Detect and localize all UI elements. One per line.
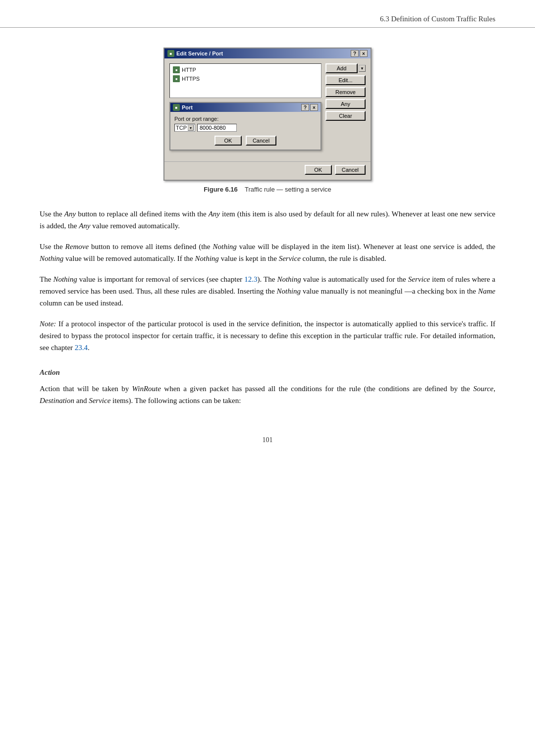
dialog-close-button[interactable]: × <box>360 50 368 57</box>
list-item[interactable]: ■ HTTP <box>172 66 319 74</box>
figure-container: ■ Edit Service / Port ? × <box>40 48 495 193</box>
any-button[interactable]: Any <box>325 99 366 109</box>
any-ref-3: Any <box>79 222 90 230</box>
titlebar-left: ■ Edit Service / Port <box>167 50 223 57</box>
port-dialog-buttons: OK Cancel <box>174 136 317 146</box>
destination-ref: Destination <box>40 397 74 404</box>
outer-ok-button[interactable]: OK <box>305 165 332 175</box>
figure-caption-text: Traffic rule — setting a service <box>245 186 331 193</box>
section-heading-action: Action <box>40 368 495 377</box>
paragraph-2: Use the Remove button to remove all item… <box>40 241 495 264</box>
paragraph-1: Use the Any button to replace all define… <box>40 208 495 232</box>
any-ref-2: Any <box>209 210 220 218</box>
dialog-left: ■ HTTP ■ HTTPS ■ <box>169 63 321 154</box>
chapter-12-3-link[interactable]: 12.3 <box>244 275 257 283</box>
dialog-footer: OK Cancel <box>164 161 371 180</box>
main-content: ■ Edit Service / Port ? × <box>0 48 535 406</box>
remove-ref: Remove <box>65 243 89 251</box>
dialog-title-icon: ■ <box>167 50 174 57</box>
https-label: HTTPS <box>182 76 200 82</box>
https-icon: ■ <box>173 75 180 82</box>
port-row: TCP ▼ <box>174 124 317 132</box>
page-header: 6.3 Definition of Custom Traffic Rules <box>0 0 535 28</box>
service-list[interactable]: ■ HTTP ■ HTTPS <box>169 63 321 98</box>
edit-button[interactable]: Edit... <box>325 75 366 85</box>
chapter-23-4-link[interactable]: 23.4 <box>75 344 88 352</box>
nothing-ref-3: Nothing <box>195 254 219 262</box>
port-dialog-title: Port <box>182 104 193 110</box>
paragraph-5: Action that will be taken by WinRoute wh… <box>40 383 495 406</box>
http-label: HTTP <box>182 67 196 73</box>
figure-caption: Figure 6.16 Traffic rule — setting a ser… <box>204 186 331 193</box>
page-number: 101 <box>0 436 535 459</box>
port-cancel-button[interactable]: Cancel <box>246 136 276 146</box>
port-help-button[interactable]: ? <box>301 104 309 111</box>
nothing-ref-5: Nothing <box>277 275 301 283</box>
port-close-button[interactable]: × <box>310 104 318 111</box>
header-title: 6.3 Definition of Custom Traffic Rules <box>380 15 495 23</box>
name-ref: Name <box>478 287 495 295</box>
port-titlebar-left: ■ Port <box>173 104 193 111</box>
add-dropdown-arrow[interactable]: ▼ <box>359 65 366 72</box>
clear-button[interactable]: Clear <box>325 111 366 121</box>
protocol-select[interactable]: TCP ▼ <box>174 124 195 132</box>
port-dialog-titlebar: ■ Port ? × <box>170 103 321 112</box>
any-ref-1: Any <box>64 210 76 218</box>
winroute-ref: WinRoute <box>132 385 161 393</box>
service-ref-1: Service <box>279 254 301 262</box>
nothing-ref-1: Nothing <box>213 243 236 251</box>
port-dialog-controls: ? × <box>301 104 318 111</box>
remove-button[interactable]: Remove <box>325 87 366 97</box>
nothing-ref-4: Nothing <box>53 275 77 283</box>
dialog-backdrop: ■ Edit Service / Port ? × <box>163 48 372 181</box>
protocol-value: TCP <box>176 125 187 131</box>
port-dialog-body: Port or port range: TCP ▼ OK <box>170 112 321 150</box>
dialog-body: ■ HTTP ■ HTTPS ■ <box>164 58 371 159</box>
add-row: Add ▼ <box>325 63 366 73</box>
http-icon: ■ <box>173 66 180 73</box>
port-label: Port or port range: <box>174 116 317 122</box>
dialog-title-text: Edit Service / Port <box>176 50 223 56</box>
service-ref-2: Service <box>408 275 430 283</box>
dialog-right-buttons: Add ▼ Edit... Remove Any Clear <box>325 63 366 154</box>
paragraph-3: The Nothing value is important for remov… <box>40 273 495 309</box>
edit-service-dialog[interactable]: ■ Edit Service / Port ? × <box>163 48 372 181</box>
figure-label: Figure 6.16 <box>204 186 238 193</box>
port-ok-button[interactable]: OK <box>214 136 242 146</box>
service-ref-3: Service <box>89 397 110 404</box>
source-ref: Source <box>473 385 493 393</box>
note-label: Note: <box>40 320 56 328</box>
list-item[interactable]: ■ HTTPS <box>172 75 319 83</box>
add-button[interactable]: Add <box>325 63 358 73</box>
port-input[interactable] <box>197 124 237 132</box>
paragraph-4: Note: If a protocol inspector of the par… <box>40 318 495 353</box>
dialog-controls: ? × <box>351 50 368 57</box>
nothing-ref-6: Nothing <box>277 287 301 295</box>
dialog-help-button[interactable]: ? <box>351 50 359 57</box>
nothing-ref-2: Nothing <box>40 254 63 262</box>
port-dialog[interactable]: ■ Port ? × Port or port range: <box>169 102 321 151</box>
outer-cancel-button[interactable]: Cancel <box>335 165 366 175</box>
dialog-titlebar: ■ Edit Service / Port ? × <box>164 49 371 58</box>
protocol-dropdown-arrow[interactable]: ▼ <box>188 125 194 131</box>
port-dialog-icon: ■ <box>173 104 180 111</box>
